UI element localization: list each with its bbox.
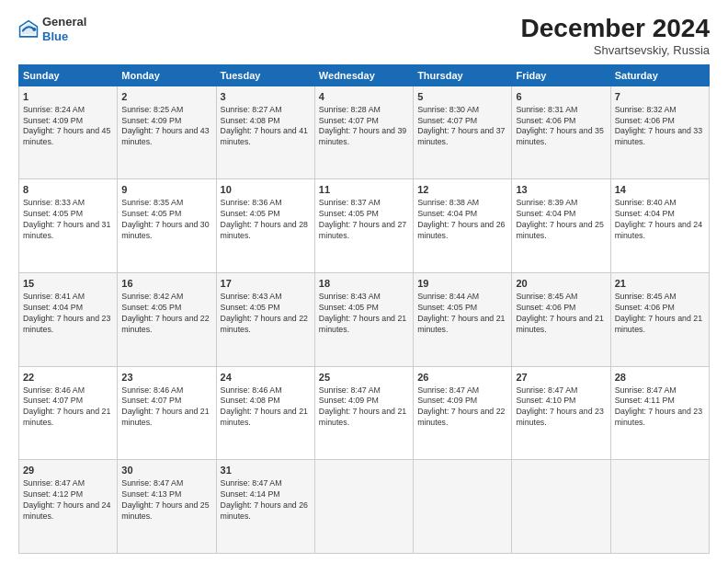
cell-day-number: 6 xyxy=(516,90,606,104)
cell-day-number: 10 xyxy=(221,183,311,197)
cell-day-number: 17 xyxy=(221,277,311,291)
calendar-cell: 27Sunrise: 8:47 AMSunset: 4:10 PMDayligh… xyxy=(512,366,610,460)
cell-day-number: 22 xyxy=(23,371,113,385)
cell-info: Sunrise: 8:46 AMSunset: 4:07 PMDaylight:… xyxy=(23,385,113,430)
cell-day-number: 2 xyxy=(121,90,211,104)
weekday-header: Saturday xyxy=(610,64,709,86)
cell-day-number: 4 xyxy=(319,90,409,104)
cell-day-number: 29 xyxy=(23,464,113,477)
cell-info: Sunrise: 8:24 AMSunset: 4:09 PMDaylight:… xyxy=(23,105,113,149)
cell-info: Sunrise: 8:25 AMSunset: 4:09 PMDaylight:… xyxy=(121,105,211,149)
cell-day-number: 15 xyxy=(23,277,113,291)
cell-info: Sunrise: 8:45 AMSunset: 4:06 PMDaylight:… xyxy=(615,292,705,336)
calendar-cell: 22Sunrise: 8:46 AMSunset: 4:07 PMDayligh… xyxy=(19,366,118,460)
calendar-cell xyxy=(414,460,512,554)
cell-day-number: 13 xyxy=(516,183,606,197)
calendar-body: 1Sunrise: 8:24 AMSunset: 4:09 PMDaylight… xyxy=(19,86,710,553)
calendar-cell: 1Sunrise: 8:24 AMSunset: 4:09 PMDaylight… xyxy=(19,86,118,179)
calendar-week-row: 8Sunrise: 8:33 AMSunset: 4:05 PMDaylight… xyxy=(19,179,710,273)
cell-day-number: 12 xyxy=(417,183,507,197)
weekday-header: Wednesday xyxy=(314,64,413,86)
calendar-cell: 13Sunrise: 8:39 AMSunset: 4:04 PMDayligh… xyxy=(512,179,610,273)
cell-info: Sunrise: 8:27 AMSunset: 4:08 PMDaylight:… xyxy=(221,105,311,149)
calendar-cell: 8Sunrise: 8:33 AMSunset: 4:05 PMDaylight… xyxy=(19,179,118,273)
cell-info: Sunrise: 8:39 AMSunset: 4:04 PMDaylight:… xyxy=(516,198,606,242)
cell-day-number: 23 xyxy=(121,371,211,385)
cell-info: Sunrise: 8:32 AMSunset: 4:06 PMDaylight:… xyxy=(615,105,705,149)
calendar-cell: 2Sunrise: 8:25 AMSunset: 4:09 PMDaylight… xyxy=(118,86,216,179)
cell-day-number: 7 xyxy=(615,90,705,104)
cell-info: Sunrise: 8:33 AMSunset: 4:05 PMDaylight:… xyxy=(23,198,113,242)
calendar-cell: 5Sunrise: 8:30 AMSunset: 4:07 PMDaylight… xyxy=(414,86,512,179)
cell-info: Sunrise: 8:31 AMSunset: 4:06 PMDaylight:… xyxy=(516,105,606,149)
calendar-cell: 6Sunrise: 8:31 AMSunset: 4:06 PMDaylight… xyxy=(512,86,610,179)
cell-info: Sunrise: 8:46 AMSunset: 4:08 PMDaylight:… xyxy=(221,385,311,430)
header: General Blue December 2024 Shvartsevskiy… xyxy=(18,15,710,57)
calendar-cell xyxy=(512,460,610,554)
logo-general: General xyxy=(42,15,86,29)
cell-info: Sunrise: 8:45 AMSunset: 4:06 PMDaylight:… xyxy=(516,292,606,336)
calendar-cell: 17Sunrise: 8:43 AMSunset: 4:05 PMDayligh… xyxy=(216,273,314,367)
cell-day-number: 3 xyxy=(221,90,311,104)
location: Shvartsevskiy, Russia xyxy=(521,43,710,57)
calendar-cell: 24Sunrise: 8:46 AMSunset: 4:08 PMDayligh… xyxy=(216,366,314,460)
cell-day-number: 31 xyxy=(221,464,311,477)
cell-info: Sunrise: 8:37 AMSunset: 4:05 PMDaylight:… xyxy=(319,198,409,242)
cell-info: Sunrise: 8:47 AMSunset: 4:13 PMDaylight:… xyxy=(121,478,211,523)
cell-info: Sunrise: 8:43 AMSunset: 4:05 PMDaylight:… xyxy=(319,292,409,336)
cell-day-number: 5 xyxy=(417,90,507,104)
cell-info: Sunrise: 8:43 AMSunset: 4:05 PMDaylight:… xyxy=(221,292,311,336)
calendar-cell: 3Sunrise: 8:27 AMSunset: 4:08 PMDaylight… xyxy=(216,86,314,179)
cell-info: Sunrise: 8:47 AMSunset: 4:14 PMDaylight:… xyxy=(221,478,311,523)
calendar: SundayMondayTuesdayWednesdayThursdayFrid… xyxy=(18,64,710,554)
calendar-cell: 16Sunrise: 8:42 AMSunset: 4:05 PMDayligh… xyxy=(118,273,216,367)
cell-info: Sunrise: 8:41 AMSunset: 4:04 PMDaylight:… xyxy=(23,292,113,336)
calendar-cell: 18Sunrise: 8:43 AMSunset: 4:05 PMDayligh… xyxy=(314,273,413,367)
calendar-week-row: 15Sunrise: 8:41 AMSunset: 4:04 PMDayligh… xyxy=(19,273,710,367)
cell-info: Sunrise: 8:47 AMSunset: 4:09 PMDaylight:… xyxy=(417,385,507,430)
calendar-cell: 31Sunrise: 8:47 AMSunset: 4:14 PMDayligh… xyxy=(216,460,314,554)
logo: General Blue xyxy=(18,15,86,43)
logo-icon xyxy=(18,19,39,40)
calendar-cell: 20Sunrise: 8:45 AMSunset: 4:06 PMDayligh… xyxy=(512,273,610,367)
calendar-cell: 11Sunrise: 8:37 AMSunset: 4:05 PMDayligh… xyxy=(314,179,413,273)
cell-day-number: 21 xyxy=(615,277,705,291)
cell-day-number: 8 xyxy=(23,183,113,197)
calendar-cell: 15Sunrise: 8:41 AMSunset: 4:04 PMDayligh… xyxy=(19,273,118,367)
calendar-cell: 26Sunrise: 8:47 AMSunset: 4:09 PMDayligh… xyxy=(414,366,512,460)
title-block: December 2024 Shvartsevskiy, Russia xyxy=(521,15,710,57)
cell-info: Sunrise: 8:47 AMSunset: 4:12 PMDaylight:… xyxy=(23,478,113,523)
cell-day-number: 28 xyxy=(615,371,705,385)
cell-day-number: 30 xyxy=(121,464,211,477)
calendar-cell: 14Sunrise: 8:40 AMSunset: 4:04 PMDayligh… xyxy=(610,179,709,273)
weekday-row: SundayMondayTuesdayWednesdayThursdayFrid… xyxy=(19,64,710,86)
cell-info: Sunrise: 8:30 AMSunset: 4:07 PMDaylight:… xyxy=(417,105,507,149)
cell-info: Sunrise: 8:38 AMSunset: 4:04 PMDaylight:… xyxy=(417,198,507,242)
cell-info: Sunrise: 8:42 AMSunset: 4:05 PMDaylight:… xyxy=(121,292,211,336)
calendar-week-row: 29Sunrise: 8:47 AMSunset: 4:12 PMDayligh… xyxy=(19,460,710,554)
cell-day-number: 18 xyxy=(319,277,409,291)
calendar-cell xyxy=(610,460,709,554)
cell-day-number: 14 xyxy=(615,183,705,197)
calendar-cell: 10Sunrise: 8:36 AMSunset: 4:05 PMDayligh… xyxy=(216,179,314,273)
svg-point-2 xyxy=(32,28,36,31)
cell-info: Sunrise: 8:35 AMSunset: 4:05 PMDaylight:… xyxy=(121,198,211,242)
cell-day-number: 11 xyxy=(319,183,409,197)
cell-day-number: 24 xyxy=(221,371,311,385)
calendar-cell: 28Sunrise: 8:47 AMSunset: 4:11 PMDayligh… xyxy=(610,366,709,460)
cell-day-number: 1 xyxy=(23,90,113,104)
month-title: December 2024 xyxy=(521,15,710,43)
calendar-cell: 25Sunrise: 8:47 AMSunset: 4:09 PMDayligh… xyxy=(314,366,413,460)
cell-day-number: 25 xyxy=(319,371,409,385)
calendar-header: SundayMondayTuesdayWednesdayThursdayFrid… xyxy=(19,64,710,86)
cell-info: Sunrise: 8:40 AMSunset: 4:04 PMDaylight:… xyxy=(615,198,705,242)
calendar-week-row: 22Sunrise: 8:46 AMSunset: 4:07 PMDayligh… xyxy=(19,366,710,460)
cell-info: Sunrise: 8:36 AMSunset: 4:05 PMDaylight:… xyxy=(221,198,311,242)
cell-info: Sunrise: 8:46 AMSunset: 4:07 PMDaylight:… xyxy=(121,385,211,430)
calendar-cell: 23Sunrise: 8:46 AMSunset: 4:07 PMDayligh… xyxy=(118,366,216,460)
calendar-cell: 19Sunrise: 8:44 AMSunset: 4:05 PMDayligh… xyxy=(414,273,512,367)
calendar-cell: 30Sunrise: 8:47 AMSunset: 4:13 PMDayligh… xyxy=(118,460,216,554)
calendar-cell: 7Sunrise: 8:32 AMSunset: 4:06 PMDaylight… xyxy=(610,86,709,179)
logo-blue: Blue xyxy=(42,29,86,44)
weekday-header: Friday xyxy=(512,64,610,86)
